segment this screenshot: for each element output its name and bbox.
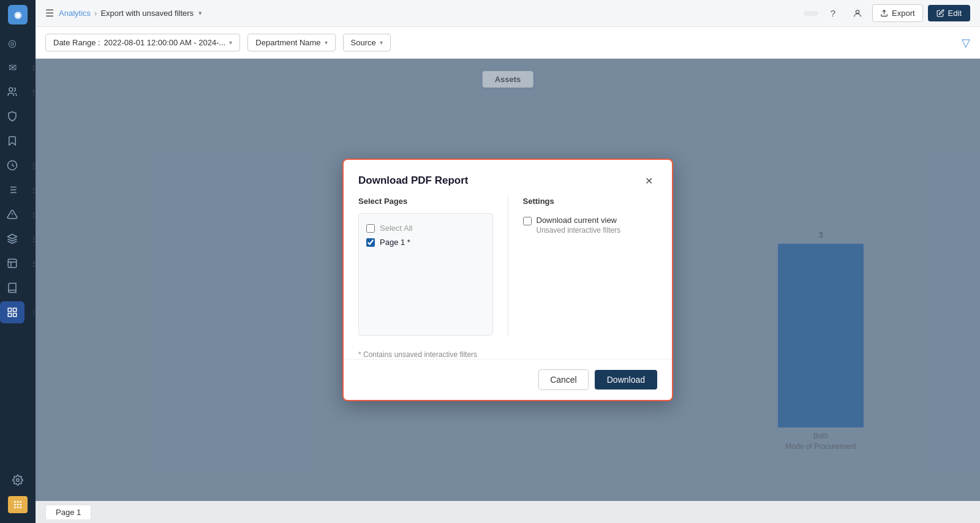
filter-right: ▽ — [962, 36, 970, 50]
svg-rect-22 — [14, 504, 16, 506]
breadcrumb-separator: › — [94, 9, 97, 18]
dialog-footer: Cancel Download — [344, 359, 672, 400]
download-button[interactable]: Download — [595, 370, 657, 389]
sidebar-item-reports[interactable] — [0, 252, 24, 274]
date-range-arrow: ▾ — [229, 39, 232, 46]
topnav: ☰ Analytics › Export with unsaved filter… — [36, 0, 980, 27]
breadcrumb-dropdown-icon[interactable]: ▾ — [198, 9, 202, 17]
sidebar-item-list[interactable] — [0, 179, 24, 201]
svg-rect-21 — [20, 501, 21, 503]
footer-note-text: * Contains unsaved interactive filters — [358, 350, 477, 359]
page1-row: Page 1 * — [366, 235, 485, 249]
svg-rect-27 — [20, 506, 21, 508]
bottom-tab-bar: Page 1 — [36, 501, 980, 523]
svg-line-3 — [12, 165, 14, 167]
sidebar-item-messages[interactable]: ✉ — [0, 56, 24, 78]
sidebar-item-library[interactable] — [0, 277, 24, 299]
svg-rect-25 — [14, 506, 16, 508]
svg-point-18 — [17, 479, 20, 482]
svg-rect-15 — [13, 308, 17, 311]
page1-tab[interactable]: Page 1 — [45, 505, 91, 519]
select-all-row: Select All — [366, 221, 485, 235]
dialog-title: Download PDF Report — [358, 175, 468, 187]
svg-marker-12 — [8, 235, 17, 239]
department-arrow: ▾ — [325, 39, 328, 46]
sidebar-item-layers[interactable] — [0, 228, 24, 250]
dialog-left-panel: Select Pages Select All Page 1 * — [358, 197, 493, 336]
user-button[interactable] — [848, 4, 867, 23]
settings-label: Settings — [523, 197, 658, 206]
dialog-close-button[interactable]: ✕ — [640, 172, 657, 189]
sidebar-item-grid[interactable] — [0, 301, 24, 323]
edit-button[interactable]: Edit — [928, 5, 970, 21]
svg-rect-23 — [17, 504, 19, 506]
cancel-button[interactable]: Cancel — [538, 369, 589, 390]
sidebar-item-users[interactable] — [0, 81, 24, 103]
sidebar-item-bookmarks[interactable] — [0, 130, 24, 152]
download-current-view-text-block: Download current view Unsaved interactiv… — [537, 216, 620, 235]
dialog-header: Download PDF Report ✕ — [344, 160, 672, 197]
sidebar-item-settings[interactable] — [6, 469, 30, 491]
dialog-divider — [508, 197, 508, 336]
svg-rect-20 — [17, 501, 19, 503]
topnav-right: ? Export Edit — [804, 4, 970, 23]
download-current-view-checkbox[interactable] — [523, 217, 532, 225]
filter-icon[interactable]: ▽ — [962, 37, 970, 49]
breadcrumb: Analytics › Export with unsaved filters … — [59, 9, 202, 18]
svg-rect-14 — [8, 308, 11, 311]
page1-checkbox[interactable] — [366, 238, 375, 247]
date-range-value: 2022-08-01 12:00:00 AM - 2024-... — [104, 38, 226, 47]
sidebar-item-dashboard[interactable]: ◎ — [0, 32, 24, 54]
svg-rect-16 — [8, 314, 11, 317]
svg-rect-13 — [8, 259, 17, 268]
filter-bar: Date Range : 2022-08-01 12:00:00 AM - 20… — [36, 27, 980, 59]
svg-point-28 — [856, 10, 859, 13]
breadcrumb-parent[interactable]: Analytics — [59, 9, 91, 18]
download-current-view-row: Download current view Unsaved interactiv… — [523, 213, 658, 237]
svg-rect-19 — [14, 501, 16, 503]
download-current-view-label: Download current view — [537, 216, 620, 225]
export-button[interactable]: Export — [872, 4, 923, 22]
source-arrow: ▾ — [380, 39, 383, 46]
unsaved-filters-text: Unsaved interactive filters — [537, 226, 620, 235]
edit-label: Edit — [948, 9, 962, 18]
sidebar-item-alerts[interactable] — [0, 203, 24, 225]
date-range-label: Date Range : — [53, 38, 100, 47]
svg-point-0 — [9, 88, 13, 91]
app-switcher[interactable] — [8, 496, 28, 513]
svg-rect-24 — [20, 504, 21, 506]
select-all-checkbox[interactable] — [366, 224, 375, 233]
source-label: Source — [351, 38, 376, 47]
select-pages-label: Select Pages — [358, 197, 493, 206]
sidebar-item-security[interactable] — [0, 105, 24, 127]
main-content: ☰ Analytics › Export with unsaved filter… — [36, 0, 980, 523]
content-area: Assets 3 Both Mode of Procurement Downlo… — [36, 59, 980, 501]
department-filter[interactable]: Department Name ▾ — [247, 34, 335, 51]
sidebar: ◉ ◎ ✉ ⋮ ⋮ ⋮ ⋮ ⋮ — [0, 0, 36, 523]
breadcrumb-current: Export with unsaved filters — [100, 9, 194, 18]
download-pdf-dialog: Download PDF Report ✕ Select Pages Selec… — [342, 159, 673, 401]
department-label: Department Name — [255, 38, 320, 47]
page1-label[interactable]: Page 1 * — [380, 238, 410, 247]
svg-rect-17 — [13, 314, 17, 317]
date-range-filter[interactable]: Date Range : 2022-08-01 12:00:00 AM - 20… — [45, 34, 240, 51]
help-button[interactable]: ? — [823, 4, 843, 23]
svg-rect-26 — [17, 506, 19, 508]
dialog-right-panel: Settings Download current view Unsaved i… — [523, 197, 658, 336]
export-label: Export — [892, 9, 915, 18]
sidebar-item-analytics[interactable] — [0, 154, 24, 176]
select-all-label[interactable]: Select All — [380, 224, 412, 233]
source-filter[interactable]: Source ▾ — [343, 34, 391, 51]
search-bar[interactable] — [804, 11, 818, 16]
modal-overlay: Download PDF Report ✕ Select Pages Selec… — [36, 59, 980, 501]
pages-list: Select All Page 1 * — [358, 213, 493, 336]
menu-icon[interactable]: ☰ — [45, 7, 54, 19]
dialog-footer-note: * Contains unsaved interactive filters — [344, 345, 672, 359]
dialog-body: Select Pages Select All Page 1 * — [344, 197, 672, 345]
app-logo[interactable]: ◉ — [8, 5, 28, 24]
